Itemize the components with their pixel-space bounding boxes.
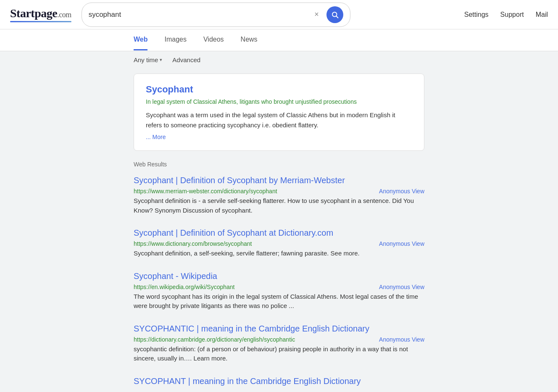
- search-icon: [331, 11, 339, 18]
- tab-news[interactable]: News: [241, 30, 258, 50]
- clear-button[interactable]: ×: [312, 9, 321, 20]
- featured-subtitle: In legal system of Classical Athens, lit…: [146, 98, 412, 105]
- results-list: Sycophant | Definition of Sycophant by M…: [134, 174, 424, 387]
- search-input[interactable]: [89, 11, 308, 19]
- filters-row: Any time ▾ Advanced: [0, 51, 558, 67]
- settings-link[interactable]: Settings: [464, 11, 489, 18]
- logo-underline: [10, 21, 71, 22]
- featured-box: Sycophant In legal system of Classical A…: [134, 74, 424, 151]
- header-nav: Settings Support Mail: [464, 11, 548, 18]
- result-item: SYCOPHANTIC | meaning in the Cambridge E…: [134, 323, 424, 363]
- anon-view-0[interactable]: Anonymous View: [379, 188, 424, 195]
- result-desc-3: sycophantic definition: (of a person or …: [134, 345, 424, 363]
- svg-line-1: [336, 16, 338, 18]
- result-url-2: https://en.wikipedia.org/wiki/Sycophant: [134, 284, 234, 290]
- result-url-1: https://www.dictionary.com/browse/sycoph…: [134, 240, 252, 247]
- main-content: Sycophant In legal system of Classical A…: [0, 67, 558, 392]
- result-item: Sycophant | Definition of Sycophant at D…: [134, 227, 424, 258]
- result-title-0[interactable]: Sycophant | Definition of Sycophant by M…: [134, 174, 424, 186]
- anon-view-3[interactable]: Anonymous View: [379, 336, 424, 343]
- result-item: Sycophant | Definition of Sycophant by M…: [134, 174, 424, 215]
- result-title-4[interactable]: SYCOPHANT | meaning in the Cambridge Eng…: [134, 375, 424, 387]
- time-filter-button[interactable]: Any time ▾: [134, 56, 162, 63]
- logo-text: Startpage.com: [10, 7, 71, 20]
- search-bar: ×: [82, 3, 350, 27]
- result-url-row-0: https://www.merriam-webster.com/dictiona…: [134, 188, 424, 195]
- anon-view-2[interactable]: Anonymous View: [379, 284, 424, 290]
- result-url-3: https://dictionary.cambridge.org/diction…: [134, 336, 295, 343]
- result-url-row-3: https://dictionary.cambridge.org/diction…: [134, 336, 424, 343]
- result-desc-2: The word sycophant has its origin in the…: [134, 292, 424, 311]
- logo-suffix: .com: [57, 11, 71, 19]
- time-filter-label: Any time: [134, 56, 158, 63]
- more-label[interactable]: More: [153, 134, 166, 140]
- result-desc-1: Sycophant definition, a self-seeking, se…: [134, 249, 424, 258]
- result-item: SYCOPHANT | meaning in the Cambridge Eng…: [134, 375, 424, 387]
- svg-point-0: [332, 12, 337, 17]
- logo-brand: Startpage: [10, 7, 57, 20]
- advanced-filter-button[interactable]: Advanced: [172, 56, 200, 63]
- result-desc-0: Sycophant definition is - a servile self…: [134, 196, 424, 215]
- result-title-3[interactable]: SYCOPHANTIC | meaning in the Cambridge E…: [134, 323, 424, 334]
- anon-view-1[interactable]: Anonymous View: [379, 240, 424, 247]
- tab-web[interactable]: Web: [134, 30, 147, 50]
- result-item: Sycophant - Wikipedia https://en.wikiped…: [134, 270, 424, 311]
- result-title-2[interactable]: Sycophant - Wikipedia: [134, 270, 424, 282]
- result-url-row-2: https://en.wikipedia.org/wiki/Sycophant …: [134, 284, 424, 290]
- result-url-row-1: https://www.dictionary.com/browse/sycoph…: [134, 240, 424, 247]
- logo-area: Startpage.com: [10, 7, 71, 22]
- section-label: Web Results: [134, 161, 424, 168]
- result-title-1[interactable]: Sycophant | Definition of Sycophant at D…: [134, 227, 424, 239]
- mail-link[interactable]: Mail: [536, 11, 548, 18]
- tab-images[interactable]: Images: [164, 30, 186, 50]
- result-url-0: https://www.merriam-webster.com/dictiona…: [134, 188, 277, 195]
- chevron-down-icon: ▾: [160, 57, 162, 63]
- support-link[interactable]: Support: [500, 11, 524, 18]
- featured-more[interactable]: ... More: [146, 134, 412, 140]
- featured-description: Sycophant was a term used in the legal s…: [146, 110, 412, 130]
- tab-videos[interactable]: Videos: [203, 30, 224, 50]
- header: Startpage.com × Settings Support Mail: [0, 0, 558, 29]
- more-prefix: ...: [146, 134, 153, 140]
- featured-title[interactable]: Sycophant: [146, 84, 412, 95]
- tab-bar: Web Images Videos News: [0, 29, 558, 51]
- logo: Startpage.com: [10, 7, 71, 20]
- search-button[interactable]: [326, 6, 343, 23]
